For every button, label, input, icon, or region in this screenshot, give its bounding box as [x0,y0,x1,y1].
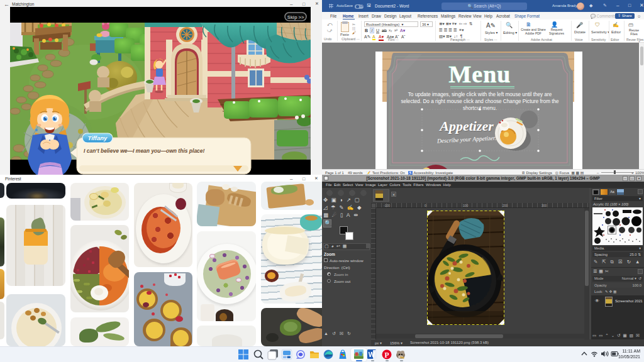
svg-text:Menu: Menu [449,61,511,87]
svg-text:Tiffany: Tiffany [88,134,108,141]
svg-text:Appetizer: Appetizer [438,118,494,134]
svg-text:W: W [369,351,375,358]
svg-text:To update images, single click: To update images, single click with the … [408,92,552,97]
svg-text:Skip >>: Skip >> [287,14,304,20]
svg-text:selected. Do a right mouse cl: selected. Do a right mouse click and cho… [401,99,559,104]
svg-text:I can’t believe we—I mean you—: I can’t believe we—I mean you—own this p… [84,148,205,154]
svg-text:P: P [384,351,389,359]
